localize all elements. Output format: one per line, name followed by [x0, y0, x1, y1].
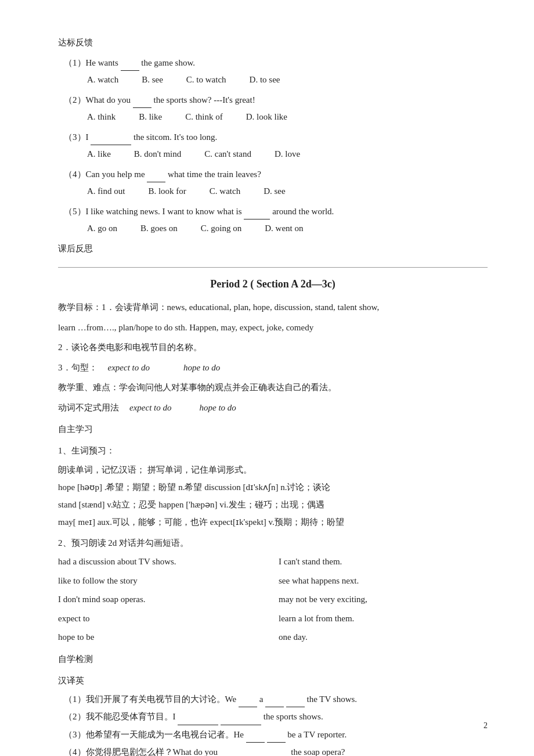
goal-label: 教学目标： [58, 303, 102, 312]
q4-text: （4）Can you help me what time the train l… [64, 167, 488, 182]
phrase-right-3: may not be very exciting, [279, 591, 488, 608]
q5-optC: C. going on [201, 221, 241, 236]
sentence-type1: expect to do [108, 359, 150, 376]
q2-options: A. think B. like C. think of D. look lik… [87, 109, 488, 125]
goal-line4: 3．句型： expect to do hope to do [58, 359, 488, 376]
phrase-right-1: I can't stand them. [279, 553, 488, 570]
q4-options: A. find out B. look for C. watch D. see [87, 183, 488, 199]
q4-optC: C. watch [210, 183, 240, 199]
dabiao-section: 达标反馈 （1）He wants the game show. A. watch… [58, 35, 488, 236]
q1-optC: C. to watch [186, 72, 226, 88]
vocab-line3: may[ meɪ] aux.可以，能够；可能，也许 expect[ɪk'spek… [58, 513, 488, 531]
q1-text: （1）He wants the game show. [64, 55, 488, 71]
dabiao-title: 达标反馈 [58, 35, 488, 51]
self-test-section: 自学检测 汉译英 （1）我们开展了有关电视节目的大讨论。We a the TV … [58, 651, 488, 756]
q3-optA: A. like [87, 146, 111, 162]
verb-usage: 动词不定式用法 expect to do hope to do [58, 399, 488, 416]
verb-phrase1: expect to do [129, 399, 171, 416]
trans-q4: （4）你觉得肥皂剧怎么样？What do you the soap opera? [64, 744, 488, 756]
question-2: （2）What do you the sports show? ---It's … [58, 92, 488, 125]
phrase-left-4: expect to [58, 610, 267, 627]
q2-optD: D. look like [246, 109, 287, 125]
phrase-right-5: one day. [279, 629, 488, 646]
goal-label4: 3．句型： [58, 359, 98, 376]
question-1: （1）He wants the game show. A. watch B. s… [58, 55, 488, 88]
phrase-left-3: I don't mind soap operas. [58, 591, 267, 608]
question-5: （5）I like watching news. I want to know … [58, 204, 488, 236]
trans-q1: （1）我们开展了有关电视节目的大讨论。We a the TV shows. [64, 691, 488, 708]
phrase-right-4: learn a lot from them. [279, 610, 488, 627]
goal-line3: 2．谈论各类电影和电视节目的名称。 [58, 339, 488, 356]
preview-sub2: 2、预习朗读 2d 对话并勾画短语。 [58, 535, 488, 551]
q4-optB: B. look for [148, 183, 186, 199]
verb-label: 动词不定式用法 [58, 399, 119, 416]
goal-text1: 1．会读背单词：news, educational, plan, hope, d… [102, 303, 379, 312]
q1-options: A. watch B. see C. to watch D. to see [87, 72, 488, 88]
difficulty: 教学重、难点：学会询问他人对某事物的观点并会正确表达自己的看法。 [58, 379, 488, 396]
goal-line2: learn …from…., plan/hope to do sth. Happ… [58, 319, 488, 336]
vocab-sub1: 1、生词预习： [58, 443, 488, 459]
q3-optC: C. can't stand [204, 146, 251, 162]
q1-optB: B. see [142, 72, 163, 88]
q4-optA: A. find out [87, 183, 125, 199]
q5-optB: B. goes on [140, 221, 178, 236]
self-study-section: 自主学习 1、生词预习： 朗读单词，记忆汉语； 拼写单词，记住单词形式。 hop… [58, 422, 488, 646]
teaching-goals: 教学目标：1．会读背单词：news, educational, plan, ho… [58, 299, 488, 316]
sentence-type2: hope to do [183, 359, 220, 376]
vocab-sub1-desc: 朗读单词，记忆汉语； 拼写单词，记住单词形式。 [58, 461, 488, 478]
phrase-left-1: had a discussion about TV shows. [58, 553, 267, 570]
vocab-line1: hope [həʊp] .希望；期望；盼望 n.希望 discussion [d… [58, 478, 488, 496]
trans-q2: （2）我不能忍受体育节目。I the sports shows. [64, 708, 488, 725]
q4-optD: D. see [264, 183, 286, 199]
phrase-left-2: like to follow the story [58, 573, 267, 589]
q3-options: A. like B. don't mind C. can't stand D. … [87, 146, 488, 162]
difficulty-label: 教学重、难点： [58, 383, 119, 392]
q3-optB: B. don't mind [134, 146, 181, 162]
q5-optA: A. go on [87, 221, 117, 236]
question-4: （4）Can you help me what time the train l… [58, 167, 488, 199]
kehou-title: 课后反思 [58, 241, 488, 257]
section-divider [58, 267, 488, 268]
self-test-title: 自学检测 [58, 651, 488, 667]
phrases-grid: had a discussion about TV shows. I can't… [58, 553, 488, 646]
q3-optD: D. love [275, 146, 300, 162]
q1-optD: D. to see [250, 72, 280, 88]
q2-text: （2）What do you the sports show? ---It's … [64, 92, 488, 108]
q2-optC: C. think of [185, 109, 223, 125]
phrase-left-5: hope to be [58, 629, 267, 646]
q5-optD: D. went on [265, 221, 303, 236]
period-title: Period 2 ( Section A 2d—3c) [58, 275, 488, 293]
q5-text: （5）I like watching news. I want to know … [64, 204, 488, 219]
difficulty-text: 学会询问他人对某事物的观点并会正确表达自己的看法。 [119, 383, 337, 392]
phrase-right-2: see what happens next. [279, 573, 488, 589]
self-test-sub-title: 汉译英 [58, 673, 488, 689]
q5-options: A. go on B. goes on C. going on D. went … [87, 221, 488, 236]
question-3: （3）I the sitcom. It's too long. A. like … [58, 129, 488, 162]
q3-text: （3）I the sitcom. It's too long. [64, 129, 488, 145]
vocab-line2: stand [stænd] v.站立；忍受 happen ['hæpən] vi… [58, 496, 488, 513]
verb-phrase2: hope to do [199, 399, 236, 416]
page-number: 2 [484, 718, 488, 733]
trans-q3: （3）他希望有一天能成为一名电视台记者。He be a TV reporter. [64, 726, 488, 743]
q1-optA: A. watch [87, 72, 118, 88]
q2-optB: B. like [139, 109, 162, 125]
q2-optA: A. think [87, 109, 116, 125]
self-study-title: 自主学习 [58, 422, 488, 437]
